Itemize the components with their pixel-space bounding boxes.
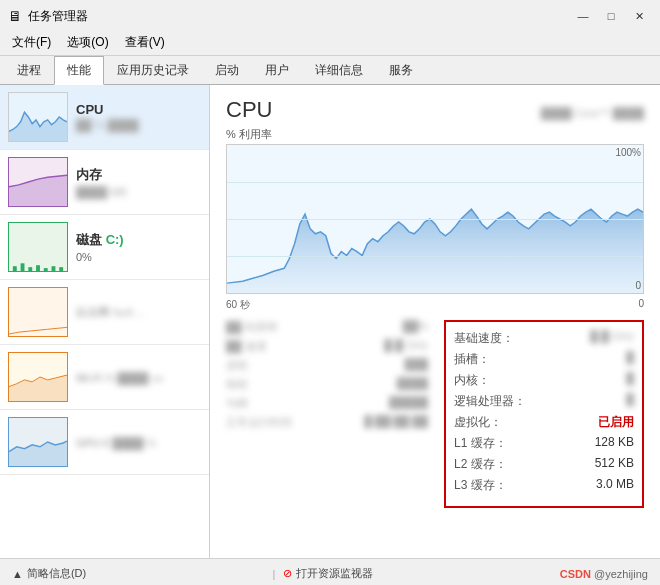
svg-rect-10 [52, 266, 56, 271]
svg-marker-17 [227, 209, 643, 293]
app-icon: 🖥 [8, 8, 22, 24]
stat-row-threads: 线程 ████ [226, 377, 428, 392]
menu-bar: 文件(F) 选项(O) 查看(V) [0, 30, 660, 56]
left-item-cpu[interactable]: CPU ██ % ████ [0, 85, 209, 150]
tab-users[interactable]: 用户 [252, 56, 302, 85]
left-item-gpu[interactable]: GPU 0 ████ % [0, 410, 209, 475]
stats-area: ██ 利用率 ██% ██ 速度 █.█ GHz 进程 ███ 线程 ████ … [226, 320, 644, 508]
cpu-chart: 100% 0 [226, 144, 644, 294]
eth-info: 以太网 fault ... [76, 304, 201, 320]
wifi-mini-chart [8, 352, 68, 402]
left-item-ethernet[interactable]: 以太网 fault ... [0, 280, 209, 345]
tab-details[interactable]: 详细信息 [302, 56, 376, 85]
menu-options[interactable]: 选项(O) [59, 32, 116, 53]
stat-cores: 内核： █ [454, 372, 634, 389]
gpu-title: GPU 0 [76, 437, 109, 449]
stat-l1-cache: L1 缓存： 128 KB [454, 435, 634, 452]
tab-performance[interactable]: 性能 [54, 56, 104, 85]
left-panel: CPU ██ % ████ 内存 ████ MB [0, 85, 210, 558]
cpu-title: CPU [76, 102, 201, 117]
chart-time-left: 60 秒 [226, 298, 250, 312]
gpu-info: GPU 0 ████ % [76, 435, 201, 450]
menu-file[interactable]: 文件(F) [4, 32, 59, 53]
svg-rect-9 [44, 268, 48, 271]
stat-row-speed: ██ 速度 █.█ GHz [226, 339, 428, 354]
chart-time-right: 0 [638, 298, 644, 312]
grid-line-50 [227, 219, 643, 220]
cpu-mini-chart [8, 92, 68, 142]
mem-title: 内存 [76, 166, 201, 184]
brand-text: CSDN [560, 568, 591, 580]
monitor-button[interactable]: ⊘ 打开资源监视器 [283, 566, 373, 581]
gpu-mini-chart [8, 417, 68, 467]
stat-l3-cache: L3 缓存： 3.0 MB [454, 477, 634, 494]
stat-row-processes: 进程 ███ [226, 358, 428, 373]
eth-sub: fault ... [112, 306, 145, 318]
wifi-sub: N ████ us [106, 372, 163, 384]
right-panel: CPU ████ Core™ ████ % 利用率 100% 0 [210, 85, 660, 558]
app-title: 任务管理器 [28, 8, 88, 25]
svg-rect-6 [21, 263, 25, 271]
svg-rect-11 [59, 267, 63, 271]
window-controls: — □ ✕ [570, 6, 652, 26]
chart-min: 0 [635, 280, 641, 291]
bottom-bar: ▲ 简略信息(D) | ⊘ 打开资源监视器 CSDN @yezhijing [0, 558, 660, 585]
grid-line-25 [227, 256, 643, 257]
monitor-label: 打开资源监视器 [296, 566, 373, 581]
stats-left: ██ 利用率 ██% ██ 速度 █.█ GHz 进程 ███ 线程 ████ … [226, 320, 428, 508]
tab-process[interactable]: 进程 [4, 56, 54, 85]
wifi-title: Wi-Fi [76, 372, 103, 384]
left-item-memory[interactable]: 内存 ████ MB [0, 150, 209, 215]
stat-l2-cache: L2 缓存： 512 KB [454, 456, 634, 473]
svg-rect-8 [36, 265, 40, 271]
tab-startup[interactable]: 启动 [202, 56, 252, 85]
disk-info: 磁盘 C:) 0% [76, 231, 201, 263]
minimize-button[interactable]: — [570, 6, 596, 26]
svg-rect-4 [9, 223, 67, 271]
disk-sub: 0% [76, 251, 201, 263]
chart-axis-bottom: 60 秒 0 [226, 298, 644, 312]
brand-info: CSDN @yezhijing [560, 568, 648, 580]
right-subtitle: ████ Core™ ████ [541, 107, 644, 119]
menu-view[interactable]: 查看(V) [117, 32, 173, 53]
maximize-button[interactable]: □ [598, 6, 624, 26]
right-header: CPU ████ Core™ ████ [226, 97, 644, 123]
eth-title: 以太网 [76, 305, 109, 320]
brand-sub: @yezhijing [594, 568, 648, 580]
summary-label: 简略信息(D) [27, 566, 86, 581]
tab-bar: 进程 性能 应用历史记录 启动 用户 详细信息 服务 [0, 56, 660, 85]
bottom-center: | ⊘ 打开资源监视器 [273, 566, 374, 581]
chart-max: 100% [615, 147, 641, 158]
cpu-sub: ██ % ████ [76, 119, 139, 131]
svg-rect-5 [13, 266, 17, 271]
stat-virtualization: 虚拟化： 已启用 [454, 414, 634, 431]
stats-right-box: 基础速度： █.█ GHz 插槽： █ 内核： █ 逻辑处理器： █ 虚拟化： [444, 320, 644, 508]
mem-mini-chart [8, 157, 68, 207]
summary-icon: ▲ [12, 568, 23, 580]
monitor-icon: ⊘ [283, 567, 292, 580]
close-button[interactable]: ✕ [626, 6, 652, 26]
svg-rect-7 [28, 267, 32, 271]
title-bar: 🖥 任务管理器 — □ ✕ [0, 0, 660, 30]
eth-mini-chart [8, 287, 68, 337]
left-item-wifi[interactable]: Wi-Fi N ████ us [0, 345, 209, 410]
stat-row-handles: 句柄 █████ [226, 396, 428, 411]
disk-title: 磁盘 C:) [76, 231, 201, 249]
grid-line-75 [227, 182, 643, 183]
main-content: CPU ██ % ████ 内存 ████ MB [0, 85, 660, 558]
svg-rect-12 [9, 288, 67, 336]
left-item-disk[interactable]: 磁盘 C:) 0% [0, 215, 209, 280]
tab-services[interactable]: 服务 [376, 56, 426, 85]
tab-app-history[interactable]: 应用历史记录 [104, 56, 202, 85]
stat-logical-proc: 逻辑处理器： █ [454, 393, 634, 410]
stat-row-uptime: 正常运行时间 █:██:██:██ [226, 415, 428, 430]
stat-base-speed: 基础速度： █.█ GHz [454, 330, 634, 347]
chart-label: % 利用率 [226, 127, 644, 142]
mem-sub: ████ MB [76, 186, 127, 198]
wifi-info: Wi-Fi N ████ us [76, 370, 201, 385]
summary-button[interactable]: ▲ 简略信息(D) [12, 566, 86, 581]
mem-info: 内存 ████ MB [76, 166, 201, 199]
right-title: CPU [226, 97, 272, 123]
gpu-sub: ████ % [112, 437, 156, 449]
disk-mini-chart [8, 222, 68, 272]
